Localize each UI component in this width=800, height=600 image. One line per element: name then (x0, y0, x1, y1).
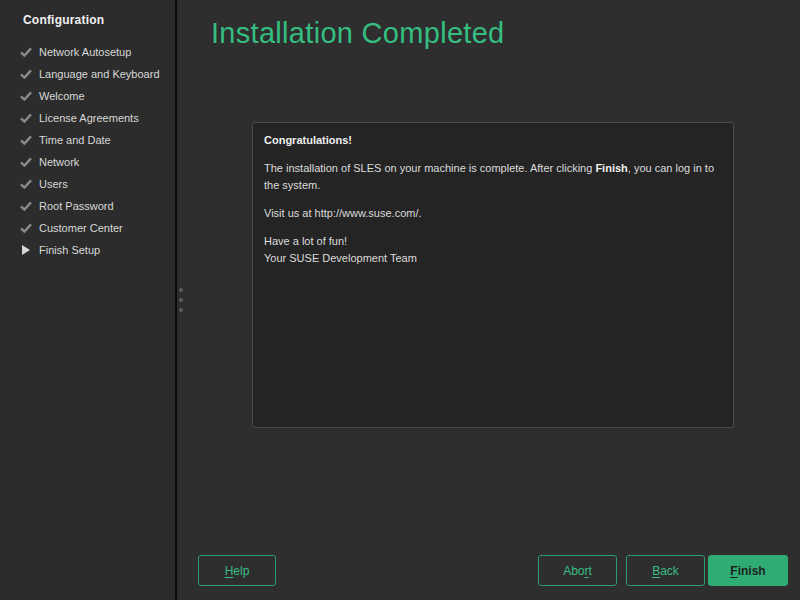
step-users: Users (0, 173, 175, 195)
step-root-password: Root Password (0, 195, 175, 217)
help-button[interactable]: Help (198, 555, 276, 586)
check-icon (20, 47, 39, 57)
panel-paragraph-signoff: Have a lot of fun!Your SUSE Development … (264, 233, 722, 267)
check-icon (20, 201, 39, 211)
step-label: Network Autosetup (39, 46, 131, 58)
step-label: Time and Date (39, 134, 111, 146)
step-welcome: Welcome (0, 85, 175, 107)
finish-keyword: Finish (595, 162, 627, 174)
step-time-date: Time and Date (0, 129, 175, 151)
current-step-arrow-icon (20, 245, 39, 255)
step-license-agreements: License Agreements (0, 107, 175, 129)
configuration-sidebar: Configuration Network Autosetup Language… (0, 0, 177, 600)
installation-steps-list: Network Autosetup Language and Keyboard … (0, 41, 175, 261)
step-label: Root Password (39, 200, 114, 212)
panel-paragraph-visit: Visit us at http://www.suse.com/. (264, 205, 722, 222)
step-network-autosetup: Network Autosetup (0, 41, 175, 63)
check-icon (20, 91, 39, 101)
step-label: Customer Center (39, 222, 123, 234)
check-icon (20, 223, 39, 233)
back-button[interactable]: Back (626, 555, 705, 586)
step-label: Network (39, 156, 79, 168)
check-icon (20, 157, 39, 167)
step-label: Language and Keyboard (39, 68, 160, 80)
check-icon (20, 179, 39, 189)
step-label: Users (39, 178, 68, 190)
step-finish-setup-current: Finish Setup (0, 239, 175, 261)
abort-button[interactable]: Abort (538, 555, 617, 586)
check-icon (20, 135, 39, 145)
step-network: Network (0, 151, 175, 173)
pane-splitter-handle[interactable] (179, 288, 184, 318)
step-label: Finish Setup (39, 244, 100, 256)
check-icon (20, 113, 39, 123)
step-label: License Agreements (39, 112, 139, 124)
step-customer-center: Customer Center (0, 217, 175, 239)
page-title: Installation Completed (211, 14, 505, 52)
step-language-keyboard: Language and Keyboard (0, 63, 175, 85)
step-label: Welcome (39, 90, 85, 102)
finish-button[interactable]: Finish (708, 555, 788, 586)
sidebar-title: Configuration (23, 13, 104, 27)
panel-heading: Congratulations! (264, 132, 722, 149)
panel-paragraph-install: The installation of SLES on your machine… (264, 160, 722, 194)
congratulations-panel: Congratulations! The installation of SLE… (252, 122, 734, 428)
check-icon (20, 69, 39, 79)
